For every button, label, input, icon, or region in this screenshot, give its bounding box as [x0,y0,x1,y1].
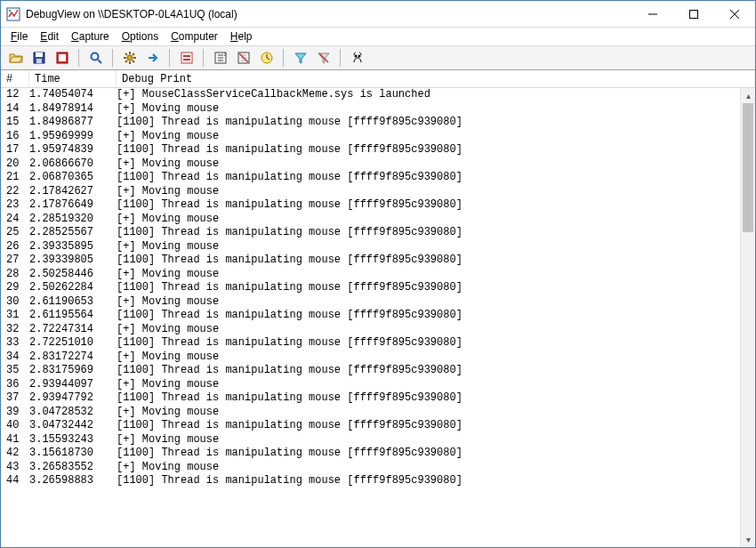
svg-rect-10 [181,52,192,63]
log-row[interactable]: 352.83175969[1100] Thread is manipulatin… [1,364,740,378]
highlight-button[interactable] [176,48,197,68]
arrow-right-button[interactable] [142,48,163,68]
magnifier-icon [89,51,103,65]
row-time: 2.06870365 [29,171,117,185]
log-row[interactable]: 302.61190653[+] Moving mouse [1,295,740,310]
row-number: 36 [1,378,29,392]
column-time[interactable]: Time [29,70,117,88]
log-row[interactable]: 121.74054074[+] MouseClassServiceCallbac… [1,88,740,102]
clear-button[interactable] [233,48,253,68]
log-row[interactable]: 262.39335895[+] Moving mouse [1,240,740,254]
row-number: 15 [1,116,29,130]
svg-rect-7 [59,54,66,61]
row-message: [1100] Thread is manipulating mouse [fff… [117,254,740,268]
row-message: [+] Moving mouse [117,130,740,144]
log-row[interactable]: 423.15618730[1100] Thread is manipulatin… [1,447,740,461]
toolbar [1,45,755,70]
log-row[interactable]: 202.06866670[+] Moving mouse [1,157,740,172]
log-row[interactable]: 413.15593243[+] Moving mouse [1,433,740,447]
menu-help[interactable]: Help [224,28,259,44]
log-row[interactable]: 342.83172274[+] Moving mouse [1,351,740,365]
log-row[interactable]: 141.84978914[+] Moving mouse [1,102,740,117]
vertical-scrollbar[interactable]: ▴ ▾ [740,88,755,547]
row-message: [+] Moving mouse [117,433,740,447]
app-icon [6,7,20,21]
close-button[interactable] [714,1,755,27]
log-row[interactable]: 322.72247314[+] Moving mouse [1,323,740,337]
row-message: [1100] Thread is manipulating mouse [fff… [117,391,740,406]
scroll-thumb[interactable] [743,103,753,232]
row-time: 2.17842627 [29,185,117,199]
row-time: 1.84986877 [29,116,117,130]
column-debug-print[interactable]: Debug Print [117,70,755,88]
window-title: DebugView on \\DESKTOP-0L4A1UQ (local) [26,8,632,20]
log-row[interactable]: 222.17842627[+] Moving mouse [1,185,740,199]
clear-icon [237,51,251,65]
scroll-down-icon[interactable]: ▾ [741,532,755,547]
row-time: 1.95974839 [29,143,117,157]
log-row[interactable]: 232.17876649[1100] Thread is manipulatin… [1,198,740,213]
log-row[interactable]: 312.61195564[1100] Thread is manipulatin… [1,309,740,323]
row-number: 41 [1,433,29,447]
autoscroll-icon [213,51,228,65]
log-list[interactable]: 121.74054074[+] MouseClassServiceCallbac… [1,88,740,547]
find-button[interactable] [347,48,367,68]
row-time: 3.15618730 [29,447,117,461]
row-number: 30 [1,295,29,310]
scroll-up-icon[interactable]: ▴ [741,88,755,103]
log-row[interactable]: 443.26598883[1100] Thread is manipulatin… [1,474,740,488]
row-number: 12 [1,88,29,102]
row-time: 3.04728532 [29,406,117,420]
log-row[interactable]: 332.72251010[1100] Thread is manipulatin… [1,336,740,351]
log-row[interactable]: 161.95969999[+] Moving mouse [1,130,740,144]
highlight-icon [180,51,194,65]
filter-include-icon [294,51,308,65]
capture-toggle-button[interactable] [52,48,72,68]
log-row[interactable]: 292.50262284[1100] Thread is manipulatin… [1,281,740,295]
save-button[interactable] [28,48,49,68]
menu-computer[interactable]: Computer [165,28,224,44]
scroll-track[interactable] [741,103,755,532]
row-message: [1100] Thread is manipulating mouse [fff… [117,474,740,488]
magnifier-button[interactable] [85,48,106,68]
row-number: 39 [1,406,29,420]
log-row[interactable]: 171.95974839[1100] Thread is manipulatin… [1,143,740,157]
minimize-button[interactable] [632,1,673,27]
log-row[interactable]: 272.39339805[1100] Thread is manipulatin… [1,254,740,268]
filter-include-button[interactable] [290,48,310,68]
log-row[interactable]: 372.93947792[1100] Thread is manipulatin… [1,391,740,406]
clock-button[interactable] [256,48,277,68]
row-number: 33 [1,336,29,351]
log-row[interactable]: 242.28519320[+] Moving mouse [1,213,740,227]
row-number: 44 [1,474,29,488]
autoscroll-button[interactable] [210,48,230,68]
row-message: [1100] Thread is manipulating mouse [fff… [117,419,740,433]
row-message: [+] Moving mouse [117,213,740,227]
row-time: 1.95969999 [29,130,117,144]
row-time: 2.28525567 [29,226,117,240]
find-icon [350,51,365,65]
log-row[interactable]: 151.84986877[1100] Thread is manipulatin… [1,116,740,130]
row-message: [1100] Thread is manipulating mouse [fff… [117,171,740,185]
menu-options[interactable]: Options [116,28,165,44]
log-row[interactable]: 362.93944097[+] Moving mouse [1,378,740,392]
menu-file[interactable]: File [4,28,34,44]
column-headers: # Time Debug Print [1,70,755,88]
menu-edit[interactable]: Edit [34,28,65,44]
row-number: 40 [1,419,29,433]
log-row[interactable]: 393.04728532[+] Moving mouse [1,406,740,420]
column-number[interactable]: # [1,70,29,88]
gear-button[interactable] [119,48,140,68]
log-row[interactable]: 282.50258446[+] Moving mouse [1,268,740,282]
row-message: [+] Moving mouse [117,351,740,365]
menu-capture[interactable]: Capture [65,28,116,44]
window-buttons [632,1,755,27]
row-number: 27 [1,254,29,268]
log-row[interactable]: 212.06870365[1100] Thread is manipulatin… [1,171,740,185]
log-row[interactable]: 403.04732442[1100] Thread is manipulatin… [1,419,740,433]
log-row[interactable]: 433.26583552[+] Moving mouse [1,461,740,475]
open-button[interactable] [5,48,26,68]
maximize-button[interactable] [673,1,714,27]
filter-exclude-button[interactable] [313,48,334,68]
log-row[interactable]: 252.28525567[1100] Thread is manipulatin… [1,226,740,240]
